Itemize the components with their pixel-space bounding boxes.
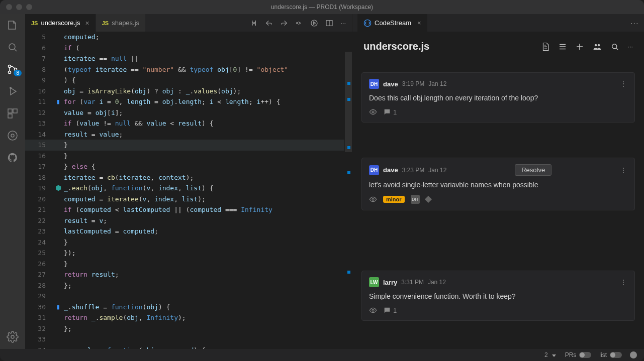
code-line[interactable]: 28}; [25, 280, 352, 291]
card-menu-icon[interactable]: ⋮ [620, 278, 627, 286]
tab-label: underscore.js [41, 19, 80, 27]
code-line[interactable]: 29 [25, 291, 352, 302]
compare-icon[interactable] [250, 19, 258, 27]
bug-glyph-icon[interactable]: ⬢ [55, 183, 61, 194]
status-prs[interactable]: PRs [565, 351, 592, 358]
line-number: 6 [25, 43, 53, 54]
editor-tab-1[interactable]: JSshapes.js [96, 14, 146, 32]
debug-icon[interactable] [7, 85, 19, 97]
code-line[interactable]: 6 if ( [25, 43, 352, 54]
traffic-close[interactable] [6, 4, 12, 10]
code-line[interactable]: 8 (typeof iteratee == "number" && typeof… [25, 64, 352, 75]
comment-glyph-icon[interactable]: ▮ [56, 302, 60, 313]
line-number: 20 [25, 194, 53, 205]
watch-icon[interactable] [369, 306, 377, 314]
line-number: 30 [25, 302, 53, 313]
list-toggle[interactable] [610, 352, 622, 358]
run-icon[interactable] [310, 19, 318, 27]
github-icon[interactable] [7, 152, 19, 164]
cs-list-icon[interactable] [558, 42, 567, 51]
code-line[interactable]: 23 lastComputed = computed; [25, 226, 352, 237]
code-line[interactable]: 16 } [25, 151, 352, 162]
status-list[interactable]: list [599, 351, 622, 358]
cs-kebab-icon[interactable]: ··· [627, 42, 633, 51]
feedback-icon[interactable] [630, 351, 637, 358]
cs-file-icon[interactable] [541, 42, 550, 51]
code-line[interactable]: 30▮_.shuffle = function(obj) { [25, 302, 352, 313]
card-menu-icon[interactable]: ⋮ [620, 80, 627, 88]
card-menu-icon[interactable]: ⋮ [620, 166, 627, 174]
code-line[interactable]: 22 result = v; [25, 215, 352, 226]
svg-point-8 [8, 131, 17, 140]
svg-point-2 [9, 71, 11, 74]
settings-icon[interactable] [7, 331, 19, 343]
code-line[interactable]: 31 return _.sample(obj, Infinity); [25, 312, 352, 323]
code-line[interactable]: 9 ) { [25, 75, 352, 86]
code-line[interactable]: 10 obj = isArrayLike(obj) ? obj : _.valu… [25, 86, 352, 97]
code-line[interactable]: 33 [25, 334, 352, 345]
code-line[interactable]: 24 } [25, 237, 352, 248]
code-line[interactable]: 5 computed; [25, 32, 352, 43]
extensions-icon[interactable] [7, 107, 19, 119]
line-number: 29 [25, 291, 53, 302]
traffic-max[interactable] [26, 4, 32, 10]
comment-glyph-icon[interactable]: ▮ [56, 96, 60, 107]
editor-tab-0[interactable]: JSunderscore.js× [25, 14, 96, 32]
prs-toggle[interactable] [579, 352, 591, 358]
status-count[interactable]: 2 [544, 351, 557, 358]
code-line[interactable]: 27 return result; [25, 269, 352, 280]
codestream-card[interactable]: LWlarry3:31 PMJan 12⋮Simple convenience … [361, 271, 635, 321]
codestream-card[interactable]: DHdave3:19 PMJan 12⋮Does this call obj.l… [361, 72, 635, 123]
code-line[interactable]: 7 iteratee == null || [25, 53, 352, 64]
code-line[interactable]: 21 if (computed < lastComputed || (compu… [25, 204, 352, 215]
line-number: 24 [25, 237, 53, 248]
code-line[interactable]: 17 } else { [25, 161, 352, 172]
line-number: 18 [25, 172, 53, 183]
svg-rect-7 [8, 114, 12, 118]
explorer-icon[interactable] [7, 19, 19, 31]
forward-icon[interactable] [280, 19, 288, 27]
cs-search-icon[interactable] [610, 42, 619, 51]
codestream-tab-close[interactable]: × [417, 19, 421, 27]
code-editor[interactable]: 5 computed;6 if (7 iteratee == null ||8 … [25, 32, 352, 349]
watch-icon[interactable] [369, 108, 377, 116]
code-line[interactable]: 26 } [25, 259, 352, 270]
codestream-card[interactable]: DHdave3:23 PMJan 12Resolve⋮let's avoid s… [361, 158, 635, 210]
cs-plus-icon[interactable] [575, 42, 584, 51]
minimap[interactable] [344, 32, 352, 349]
tab-close-icon[interactable]: × [85, 19, 89, 27]
comment-count[interactable]: 1 [383, 108, 397, 116]
code-line[interactable]: 32}; [25, 323, 352, 334]
scm-icon[interactable]: 8 [7, 63, 19, 75]
code-line[interactable]: 18 iteratee = cb(iteratee, context); [25, 172, 352, 183]
search-icon[interactable] [7, 41, 19, 53]
code-line[interactable]: 13 if (value != null && value < result) … [25, 118, 352, 129]
code-line[interactable]: 20 computed = iteratee(v, index, list); [25, 194, 352, 205]
resolve-button[interactable]: Resolve [515, 164, 551, 176]
line-number: 13 [25, 118, 53, 129]
card-body: Simple convenience function. Worth it to… [369, 292, 627, 300]
cs-people-icon[interactable] [592, 42, 602, 51]
code-line[interactable]: 19⬢ _.each(obj, function(v, index, list)… [25, 183, 352, 194]
svg-point-17 [612, 44, 617, 48]
codestream-panel: CodeStream × ··· underscore.js ··· [352, 14, 644, 349]
codestream-more-icon[interactable]: ··· [630, 19, 639, 27]
split-icon[interactable] [325, 19, 333, 27]
watch-icon[interactable] [369, 195, 377, 203]
code-line[interactable]: 14 result = value; [25, 129, 352, 140]
code-line[interactable]: 25 }); [25, 248, 352, 259]
line-number: 27 [25, 269, 53, 280]
more-icon[interactable]: ··· [340, 19, 346, 27]
code-line[interactable]: 11▮ for (var i = 0, length = obj.length;… [25, 96, 352, 107]
back-icon[interactable] [265, 19, 273, 27]
code-line[interactable]: 15 } [25, 140, 352, 151]
traffic-min[interactable] [16, 4, 22, 10]
line-number: 12 [25, 107, 53, 118]
card-time: 3:31 PM [401, 279, 424, 286]
codestream-tab[interactable]: CodeStream × [357, 14, 427, 32]
step-icon[interactable] [295, 19, 303, 27]
code-line[interactable]: 34_.sample = function(obj, n, guard) { [25, 345, 352, 349]
comment-count[interactable]: 1 [383, 306, 397, 314]
code-line[interactable]: 12 value = obj[i]; [25, 107, 352, 118]
remote-icon[interactable] [7, 130, 19, 142]
